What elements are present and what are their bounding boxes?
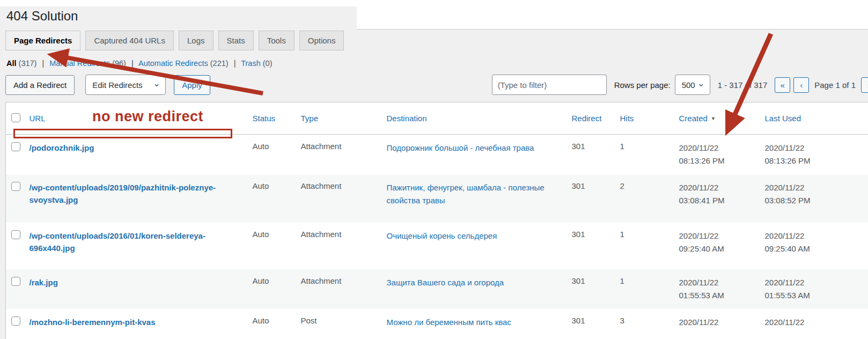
- table-row: /wp-content/uploads/2016/01/koren-selder…: [6, 223, 868, 269]
- redirect-code: 301: [567, 309, 615, 339]
- column-header-last-used[interactable]: Last Used: [765, 114, 801, 123]
- filter-manual-redirects[interactable]: Manual Redirects: [49, 59, 110, 68]
- filter-all-count: (317): [19, 59, 37, 68]
- row-checkbox[interactable]: [11, 230, 20, 239]
- column-header-type[interactable]: Type: [301, 114, 319, 123]
- last-used-cell: 2020/11/22 08:13:26 PM: [760, 135, 868, 175]
- row-checkbox[interactable]: [11, 277, 20, 286]
- filter-input[interactable]: [492, 75, 607, 95]
- last-used-date: 2020/11/22: [765, 276, 863, 289]
- filter-automatic-count: (221): [210, 59, 229, 68]
- created-date: 2020/11/22: [679, 142, 754, 154]
- created-time: 03:08:41 PM: [679, 194, 754, 207]
- url-link[interactable]: /mozhno-li-beremennym-pit-kvas: [30, 316, 242, 328]
- plugin-page: 404 Solution Page Redirects Captured 404…: [0, 0, 868, 339]
- select-all-checkbox[interactable]: [11, 113, 20, 122]
- created-date: 2020/11/22: [679, 276, 754, 289]
- url-link[interactable]: /wp-content/uploads/2016/01/koren-selder…: [30, 230, 242, 255]
- prev-page-button[interactable]: ‹: [793, 77, 809, 93]
- created-cell: 2020/11/22: [674, 309, 760, 339]
- toolbar-right: Rows per page: 500 ⌄ 1 - 317 of 317 « ‹ …: [492, 75, 868, 95]
- next-page-button[interactable]: ›: [861, 77, 868, 93]
- column-header-redirect[interactable]: Redirect: [572, 114, 602, 123]
- table-row: /podorozhnik.jpg Auto Attachment Подорож…: [6, 135, 868, 175]
- hits-value: 3: [615, 309, 674, 339]
- column-header-status[interactable]: Status: [253, 114, 276, 123]
- redirect-code: 301: [567, 135, 615, 175]
- column-header-created[interactable]: Created: [679, 114, 708, 123]
- table-header-row: URL Status Type Destination Redirect Hit…: [6, 102, 868, 135]
- filter-separator: |: [42, 59, 44, 68]
- last-used-date: 2020/11/22: [765, 230, 863, 242]
- first-page-button[interactable]: «: [775, 77, 790, 93]
- created-cell: 2020/11/22 08:13:26 PM: [674, 135, 760, 175]
- tab-captured-404-urls[interactable]: Captured 404 URLs: [85, 31, 174, 50]
- last-used-time: 09:25:40 AM: [765, 242, 863, 255]
- hits-value: 1: [615, 135, 674, 175]
- apply-button[interactable]: Apply: [174, 75, 210, 95]
- type-value: Attachment: [296, 135, 381, 175]
- filter-manual-count: (96): [112, 59, 126, 68]
- type-value: Post: [296, 309, 381, 339]
- status-value: Auto: [247, 309, 296, 339]
- result-range-text: 1 - 317 of 317: [718, 80, 768, 90]
- page-title: 404 Solution: [6, 9, 868, 24]
- destination-link[interactable]: Можно ли беременным пить квас: [387, 316, 561, 329]
- row-checkbox[interactable]: [11, 142, 20, 151]
- created-time: 01:55:53 AM: [679, 289, 754, 302]
- hits-value: 1: [615, 223, 674, 269]
- row-checkbox[interactable]: [11, 182, 20, 191]
- redirect-filter-links: All (317) | Manual Redirects (96) | Auto…: [6, 59, 868, 68]
- created-date: 2020/11/22: [679, 316, 754, 329]
- column-header-hits[interactable]: Hits: [620, 114, 634, 123]
- created-time: 09:25:40 AM: [679, 242, 754, 255]
- status-value: Auto: [247, 223, 296, 269]
- created-date: 2020/11/22: [679, 230, 754, 242]
- rows-per-page-select-wrap: 500 ⌄: [675, 75, 710, 95]
- status-value: Auto: [247, 174, 296, 223]
- filter-automatic-redirects[interactable]: Automatic Redirects: [138, 59, 208, 68]
- last-used-time: 03:08:52 PM: [765, 194, 863, 207]
- last-used-cell: 2020/11/22 01:55:53 AM: [760, 269, 868, 309]
- last-used-time: 01:55:53 AM: [765, 289, 863, 302]
- sort-desc-icon: ▼: [711, 116, 716, 121]
- tab-options[interactable]: Options: [299, 31, 344, 50]
- destination-link[interactable]: Очищеный корень сельдерея: [387, 230, 561, 242]
- status-value: Auto: [247, 269, 296, 309]
- bulk-action-select-wrap: Edit Redirects ⌄: [85, 75, 166, 95]
- table-row: /wp-content/uploads/2019/09/pazhitnik-po…: [6, 174, 868, 223]
- filter-separator: |: [234, 59, 236, 68]
- destination-link[interactable]: Пажитник, фенугрек, шамбала - полезные с…: [387, 181, 561, 207]
- table-row: /mozhno-li-beremennym-pit-kvas Auto Post…: [6, 309, 868, 339]
- filter-trash-count: (0): [263, 59, 273, 68]
- filter-all[interactable]: All: [6, 59, 17, 68]
- tab-tools[interactable]: Tools: [259, 31, 295, 50]
- url-link[interactable]: /rak.jpg: [30, 276, 242, 289]
- tab-page-redirects[interactable]: Page Redirects: [5, 31, 80, 50]
- rows-per-page-select[interactable]: 500: [675, 75, 710, 95]
- toolbar: Add a Redirect Edit Redirects ⌄ Apply Ro…: [5, 75, 868, 95]
- hits-value: 1: [615, 269, 674, 309]
- last-used-cell: 2020/11/22 09:25:40 AM: [760, 223, 868, 269]
- filter-trash[interactable]: Trash: [241, 59, 261, 68]
- destination-link[interactable]: Защита Вашего сада и огорода: [387, 276, 561, 289]
- row-checkbox[interactable]: [11, 316, 20, 326]
- last-used-cell: 2020/11/22 03:08:52 PM: [760, 174, 868, 223]
- type-value: Attachment: [296, 223, 381, 269]
- bulk-action-select[interactable]: Edit Redirects: [85, 75, 166, 95]
- tab-logs[interactable]: Logs: [179, 31, 214, 50]
- url-link[interactable]: /wp-content/uploads/2019/09/pazhitnik-po…: [30, 181, 242, 207]
- url-link[interactable]: /podorozhnik.jpg: [30, 142, 242, 154]
- type-value: Attachment: [296, 174, 381, 223]
- redirect-code: 301: [567, 174, 615, 223]
- add-redirect-button[interactable]: Add a Redirect: [5, 75, 75, 95]
- last-used-date: 2020/11/22: [765, 142, 863, 154]
- rows-per-page-label: Rows per page:: [614, 80, 671, 90]
- column-header-url[interactable]: URL: [30, 114, 46, 123]
- filter-separator: |: [131, 59, 134, 68]
- destination-link[interactable]: Подорожник большой - лечебная трава: [387, 142, 561, 154]
- created-cell: 2020/11/22 01:55:53 AM: [674, 269, 760, 309]
- table-row: /rak.jpg Auto Attachment Защита Вашего с…: [6, 269, 868, 309]
- column-header-destination[interactable]: Destination: [387, 114, 427, 123]
- tab-stats[interactable]: Stats: [218, 31, 254, 50]
